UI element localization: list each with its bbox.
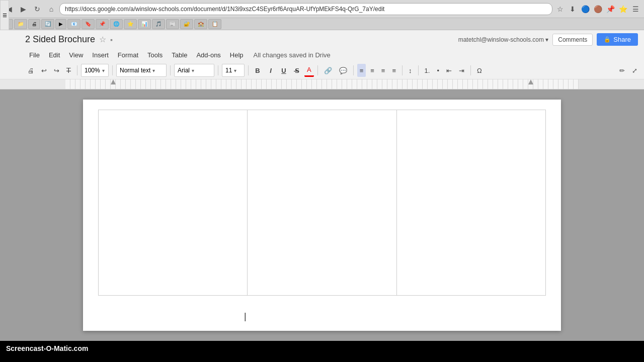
bookmark-12[interactable]: 🎵 <box>152 19 165 29</box>
separator-4 <box>218 65 218 75</box>
user-email[interactable]: matetchl@winslow-schools.com ▾ <box>458 36 549 43</box>
bullet-list-button[interactable]: • <box>434 64 442 77</box>
outdent-button[interactable]: ⇤ <box>444 64 454 77</box>
menu-help[interactable]: Help <box>226 49 248 61</box>
zoom-chevron: ▾ <box>102 68 105 73</box>
bookmark-16[interactable]: 📋 <box>208 19 221 29</box>
size-select[interactable]: 11 ▾ <box>222 64 245 77</box>
bold-button[interactable]: B <box>252 64 263 77</box>
format-clear-button[interactable]: T̶ <box>64 64 73 77</box>
bookmark-14[interactable]: 🔐 <box>180 19 193 29</box>
table-cell-2[interactable] <box>248 110 396 296</box>
formatting-toolbar: 🖨 ↩ ↪ T̶ 100% ▾ Normal text ▾ Arial ▾ 11 <box>0 62 644 79</box>
menu-format[interactable]: Format <box>114 49 142 61</box>
undo-button[interactable]: ↩ <box>39 64 49 77</box>
bookmark-11[interactable]: 📊 <box>138 19 151 29</box>
line-spacing-button[interactable]: ↕ <box>406 64 415 77</box>
share-button[interactable]: 🔒 Share <box>597 33 638 46</box>
zoom-select[interactable]: 100% ▾ <box>81 64 109 77</box>
extension4-button[interactable]: ⭐ <box>617 4 628 15</box>
extension2-button[interactable]: 🟤 <box>592 4 603 15</box>
nav-right-buttons: ☆ ⬇ 🔵 🟤 📌 ⭐ ☰ <box>554 4 641 15</box>
bookmark-9[interactable]: 🌐 <box>110 19 123 29</box>
screencast-label: Screencast-O-Matic.com <box>6 344 88 352</box>
star-icon[interactable]: ☆ <box>99 35 106 44</box>
bookmark-3[interactable]: 🖨 <box>28 19 40 29</box>
comments-button[interactable]: Comments <box>552 34 593 46</box>
separator-8 <box>402 65 403 75</box>
align-right-button[interactable]: ≡ <box>379 64 388 77</box>
bookmark-8[interactable]: 📌 <box>96 19 109 29</box>
bookmark-15[interactable]: 🏫 <box>194 19 207 29</box>
menu-edit[interactable]: Edit <box>45 49 64 61</box>
bookmark-7[interactable]: 🔖 <box>82 19 95 29</box>
document-table <box>98 110 546 296</box>
extension1-button[interactable]: 🔵 <box>580 4 591 15</box>
insert-link-button[interactable]: 🔗 <box>321 64 335 77</box>
bookmark-5[interactable]: ▶ <box>55 19 66 29</box>
numbered-list-button[interactable]: 1. <box>422 64 433 77</box>
bookmark-6[interactable]: 📧 <box>67 19 80 29</box>
bookmark-4[interactable]: 🔄 <box>41 19 54 29</box>
menu-bar: File Edit View Insert Format Tools Table… <box>0 48 644 62</box>
text-cursor: | <box>244 312 247 321</box>
autosave-text: All changes saved in Drive <box>254 51 331 59</box>
ruler-inner <box>65 79 579 89</box>
table-row <box>99 110 546 296</box>
separator-6 <box>317 65 318 75</box>
style-chevron: ▾ <box>152 68 155 73</box>
doc-header: 2 Sided Brochure ☆ ▪ matetchl@winslow-sc… <box>0 30 644 48</box>
extension3-button[interactable]: 📌 <box>605 4 616 15</box>
header-right: matetchl@winslow-schools.com ▾ Comments … <box>458 33 638 46</box>
edit-mode-button[interactable]: ✏ <box>617 64 627 77</box>
expand-button[interactable]: ⤢ <box>629 64 640 77</box>
font-chevron: ▾ <box>192 68 194 73</box>
menu-file[interactable]: File <box>25 49 44 61</box>
menu-addons[interactable]: Add-ons <box>192 49 224 61</box>
doc-canvas: ☰ | <box>0 89 644 341</box>
separator-3 <box>170 65 171 75</box>
lock-icon: 🔒 <box>604 36 611 43</box>
bookmark-10[interactable]: ⭐ <box>124 19 137 29</box>
nav-bar: ◀ ▶ ↻ ⌂ https://docs.google.com/a/winslo… <box>0 0 644 18</box>
address-bar[interactable]: https://docs.google.com/a/winslow-school… <box>59 3 552 15</box>
folder-icon[interactable]: ▪ <box>110 36 113 44</box>
table-cell-3[interactable] <box>396 110 545 296</box>
font-select[interactable]: Arial ▾ <box>174 64 214 77</box>
menu-view[interactable]: View <box>65 49 87 61</box>
ruler-left-marker[interactable] <box>111 79 116 84</box>
strikethrough-button[interactable]: S̶ <box>291 64 302 77</box>
forward-button[interactable]: ▶ <box>17 3 29 15</box>
home-button[interactable]: ⌂ <box>45 3 57 15</box>
print-button[interactable]: 🖨 <box>25 64 37 77</box>
separator-2 <box>112 65 113 75</box>
text-color-button[interactable]: A <box>304 64 314 77</box>
document-page[interactable]: | <box>83 100 561 331</box>
align-justify-button[interactable]: ≡ <box>389 64 398 77</box>
bookmark-13[interactable]: 📰 <box>166 19 179 29</box>
align-left-button[interactable]: ≡ <box>357 64 366 77</box>
bookmark-2[interactable]: 📁 <box>14 19 27 29</box>
redo-button[interactable]: ↪ <box>51 64 62 77</box>
reload-button[interactable]: ↻ <box>31 3 43 15</box>
doc-title-row: 2 Sided Brochure ☆ ▪ <box>25 34 113 45</box>
align-center-button[interactable]: ≡ <box>368 64 377 77</box>
underline-button[interactable]: U <box>278 64 289 77</box>
table-cell-1[interactable] <box>99 110 248 296</box>
indent-button[interactable]: ⇥ <box>456 64 467 77</box>
bookmarks-bar: G 📁 🖨 🔄 ▶ 📧 🔖 📌 🌐 ⭐ 📊 🎵 📰 🔐 🏫 📋 <box>0 18 644 30</box>
insert-comment-button[interactable]: 💬 <box>337 64 350 77</box>
url-text: https://docs.google.com/a/winslow-school… <box>65 6 384 13</box>
italic-button[interactable]: I <box>265 64 276 77</box>
menu-button[interactable]: ☰ <box>630 4 641 15</box>
bottom-bar: Screencast-O-Matic.com <box>0 341 644 356</box>
bookmark-button[interactable]: ☆ <box>554 4 566 15</box>
separator-1 <box>77 65 77 75</box>
download-button[interactable]: ⬇ <box>567 4 578 15</box>
menu-insert[interactable]: Insert <box>88 49 113 61</box>
ruler-right-marker[interactable] <box>528 79 533 84</box>
special-chars-button[interactable]: Ω <box>474 64 485 77</box>
menu-tools[interactable]: Tools <box>143 49 167 61</box>
style-select[interactable]: Normal text ▾ <box>116 64 167 77</box>
menu-table[interactable]: Table <box>168 49 191 61</box>
